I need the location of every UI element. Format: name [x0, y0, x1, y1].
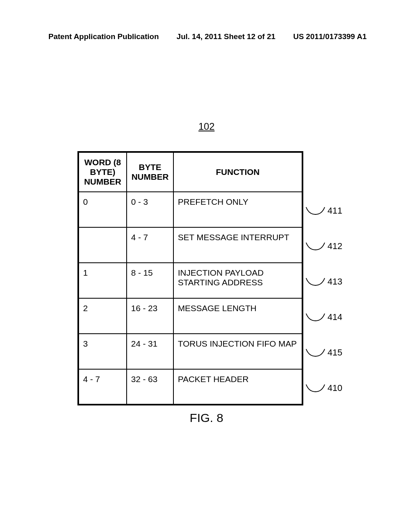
callout-curve-icon — [306, 241, 325, 251]
descriptor-table-diagram: WORD (8 BYTE) NUMBER BYTE NUMBER FUNCTIO… — [77, 151, 303, 405]
cell-func: SET MESSAGE INTERRUPT — [173, 227, 302, 263]
table-row: 3 24 - 31 TORUS INJECTION FIFO MAP — [78, 334, 302, 369]
cell-func: TORUS INJECTION FIFO MAP — [173, 334, 302, 369]
figure-caption: FIG. 8 — [190, 411, 223, 425]
cell-byte: 8 - 15 — [127, 263, 173, 298]
cell-word: 3 — [78, 334, 127, 369]
cell-byte: 24 - 31 — [127, 334, 173, 369]
col-header-word: WORD (8 BYTE) NUMBER — [78, 152, 127, 192]
callout-number: 414 — [327, 312, 342, 322]
header-mid: Jul. 14, 2011 Sheet 12 of 21 — [177, 32, 275, 41]
callout-curve-icon — [306, 383, 325, 393]
cell-byte: 16 - 23 — [127, 298, 173, 334]
cell-word: 2 — [78, 298, 127, 334]
callout-number: 411 — [327, 206, 342, 216]
callout: 415 — [306, 347, 342, 358]
callout: 414 — [306, 312, 342, 322]
cell-byte: 4 - 7 — [127, 227, 173, 263]
callout-curve-icon — [306, 206, 325, 216]
table-row: 1 8 - 15 INJECTION PAYLOAD STARTING ADDR… — [78, 263, 302, 298]
cell-func: PREFETCH ONLY — [173, 192, 302, 227]
descriptor-table: WORD (8 BYTE) NUMBER BYTE NUMBER FUNCTIO… — [77, 151, 303, 405]
table-row: 0 0 - 3 PREFETCH ONLY — [78, 192, 302, 227]
cell-func: INJECTION PAYLOAD STARTING ADDRESS — [173, 263, 302, 298]
callout-curve-icon — [306, 276, 325, 287]
table-row: 4 - 7 32 - 63 PACKET HEADER — [78, 369, 302, 405]
col-header-function: FUNCTION — [173, 152, 302, 192]
callout: 410 — [306, 383, 342, 393]
cell-word — [78, 227, 127, 263]
callout-number: 415 — [327, 347, 342, 358]
callout-curve-icon — [306, 312, 325, 322]
col-header-byte: BYTE NUMBER — [127, 152, 173, 192]
header-right: US 2011/0173399 A1 — [293, 32, 367, 41]
cell-func: PACKET HEADER — [173, 369, 302, 405]
cell-word: 4 - 7 — [78, 369, 127, 405]
figure-reference-number: 102 — [198, 121, 215, 132]
cell-byte: 32 - 63 — [127, 369, 173, 405]
callout: 413 — [306, 276, 342, 287]
callout-number: 410 — [327, 383, 342, 393]
callout-curve-icon — [306, 347, 325, 358]
cell-word: 0 — [78, 192, 127, 227]
header-left: Patent Application Publication — [48, 32, 159, 41]
table-row: 2 16 - 23 MESSAGE LENGTH — [78, 298, 302, 334]
cell-func: MESSAGE LENGTH — [173, 298, 302, 334]
table-row: 4 - 7 SET MESSAGE INTERRUPT — [78, 227, 302, 263]
callout-number: 413 — [327, 276, 342, 287]
callout-number: 412 — [327, 241, 342, 251]
cell-word: 1 — [78, 263, 127, 298]
cell-byte: 0 - 3 — [127, 192, 173, 227]
callout: 412 — [306, 241, 342, 251]
page-header: Patent Application Publication Jul. 14, … — [0, 32, 413, 41]
callout: 411 — [306, 206, 342, 216]
